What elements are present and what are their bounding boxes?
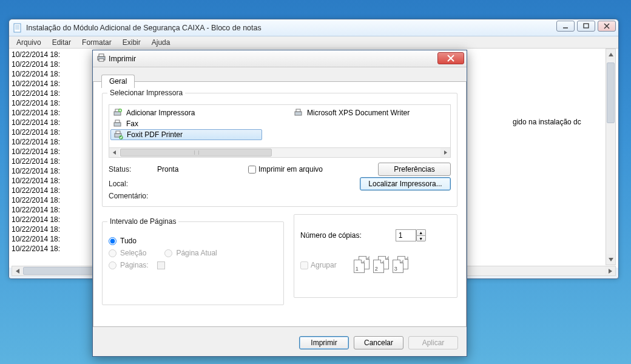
printer-xps[interactable]: Microsoft XPS Document Writer — [291, 107, 412, 118]
printer-label: Microsoft XPS Document Writer — [307, 109, 410, 117]
scroll-left-icon[interactable] — [12, 266, 22, 275]
printer-fax[interactable]: Fax — [110, 118, 449, 129]
printer-label: Fax — [126, 120, 138, 128]
range-current-label: Página Atual — [176, 249, 217, 257]
apply-button[interactable]: Aplicar — [408, 336, 458, 349]
dialog-title: Imprimir — [109, 55, 136, 63]
printer-label: Foxit PDF Printer — [127, 130, 183, 139]
collate-label: Agrupar — [311, 261, 337, 269]
close-button[interactable] — [598, 21, 616, 32]
group-label: Selecionar Impressora — [107, 89, 185, 97]
range-pages-radio: Páginas: — [109, 261, 277, 269]
svg-marker-12 — [609, 269, 612, 274]
collate-checkbox: Agrupar — [300, 261, 337, 269]
svg-rect-15 — [99, 59, 104, 61]
minimize-button[interactable] — [556, 21, 575, 32]
copies-spinner[interactable]: ▲ ▼ — [396, 229, 426, 241]
dialog-titlebar[interactable]: Imprimir — [93, 50, 467, 67]
range-selection-label: Seleção — [120, 249, 146, 257]
svg-rect-26 — [116, 131, 120, 133]
group-copies: Número de cópias: ▲ ▼ — [294, 214, 457, 298]
copies-label: Número de cópias: — [300, 231, 362, 240]
find-printer-button[interactable]: Localizar Impressora... — [360, 177, 451, 190]
svg-marker-30 — [113, 150, 116, 155]
svg-rect-24 — [115, 120, 120, 123]
printer-default-icon — [113, 130, 123, 140]
scrollbar-thumb[interactable] — [120, 149, 272, 157]
svg-rect-14 — [99, 54, 104, 56]
print-to-file-checkbox[interactable]: Imprimir em arquivo — [248, 165, 323, 174]
printer-icon — [294, 108, 303, 118]
svg-marker-31 — [444, 150, 447, 155]
tab-panel: Selecionar Impressora Adicionar Impresso… — [93, 81, 467, 327]
tab-geral[interactable]: Geral — [101, 75, 135, 88]
scroll-right-icon[interactable] — [440, 148, 450, 157]
fax-icon — [113, 119, 123, 129]
collate-input — [300, 261, 308, 269]
range-current-radio: Página Atual — [164, 249, 217, 257]
print-to-file-label: Imprimir em arquivo — [258, 165, 323, 174]
group-page-range: Intervalo de Páginas Tudo Seleção Página… — [102, 221, 284, 305]
svg-rect-28 — [295, 112, 302, 115]
notepad-icon — [13, 23, 22, 33]
range-all-input[interactable] — [109, 237, 116, 245]
pages-field — [157, 261, 165, 269]
scrollbar-thumb[interactable] — [607, 62, 615, 123]
svg-marker-9 — [609, 53, 613, 56]
print-dialog: Imprimir Geral Selecionar Impressora Adi… — [92, 50, 467, 357]
scroll-down-icon[interactable] — [606, 254, 615, 265]
scroll-up-icon[interactable] — [606, 49, 615, 59]
svg-rect-29 — [296, 109, 300, 112]
svg-marker-10 — [609, 258, 613, 261]
maximize-button[interactable] — [577, 21, 595, 32]
spin-down-icon[interactable]: ▼ — [416, 235, 426, 241]
range-selection-input — [109, 249, 116, 257]
add-printer-icon — [113, 108, 123, 118]
svg-marker-11 — [16, 269, 19, 274]
menu-editar[interactable]: Editar — [47, 37, 76, 48]
menu-exibir[interactable]: Exibir — [118, 37, 146, 48]
notepad-title: Instalação do Módulo Adicional de Segura… — [26, 24, 262, 32]
recycle-bin-icon[interactable] — [11, 0, 44, 12]
range-all-radio[interactable]: Tudo — [109, 237, 277, 245]
printer-list-scrollbar[interactable] — [109, 148, 451, 158]
notepad-menu: Arquivo Editar Formatar Exibir Ajuda — [9, 36, 618, 49]
range-pages-input — [109, 261, 116, 269]
printer-list[interactable]: Adicionar Impressora Fax Foxit PDF Print… — [109, 104, 451, 148]
cancel-button[interactable]: Cancelar — [354, 336, 403, 349]
print-button[interactable]: Imprimir — [299, 336, 349, 349]
svg-rect-23 — [114, 123, 121, 126]
menu-arquivo[interactable]: Arquivo — [12, 37, 46, 48]
printer-label: Adicionar Impressora — [126, 109, 195, 117]
status-value: Pronta — [157, 165, 248, 174]
range-selection-radio: Seleção — [109, 249, 146, 257]
local-label: Local: — [109, 180, 157, 188]
printer-icon — [96, 53, 106, 64]
vertical-scrollbar[interactable] — [606, 49, 616, 265]
copies-input[interactable] — [396, 229, 416, 241]
print-to-file-input[interactable] — [248, 166, 256, 174]
menu-ajuda[interactable]: Ajuda — [147, 37, 175, 48]
range-pages-label: Páginas: — [120, 261, 149, 269]
status-label: Status: — [109, 165, 157, 174]
dialog-footer: Imprimir Cancelar Aplicar — [93, 329, 467, 356]
group-select-printer: Selecionar Impressora Adicionar Impresso… — [102, 93, 457, 207]
notepad-titlebar[interactable]: Instalação do Módulo Adicional de Segura… — [9, 19, 618, 36]
scroll-right-icon[interactable] — [605, 266, 615, 275]
comment-label: Comentário: — [109, 192, 157, 200]
printer-foxit[interactable]: Foxit PDF Printer — [110, 129, 262, 140]
menu-formatar[interactable]: Formatar — [77, 37, 116, 48]
dialog-close-button[interactable] — [437, 52, 464, 64]
range-current-input — [164, 249, 172, 257]
scroll-left-icon[interactable] — [109, 148, 119, 157]
svg-rect-6 — [584, 24, 589, 28]
range-all-label: Tudo — [120, 237, 137, 245]
group-label: Intervalo de Páginas — [107, 217, 178, 226]
spin-up-icon[interactable]: ▲ — [416, 229, 426, 235]
preferences-button[interactable]: Preferências — [378, 163, 451, 176]
collate-icon: 11 22 33 — [354, 256, 408, 274]
